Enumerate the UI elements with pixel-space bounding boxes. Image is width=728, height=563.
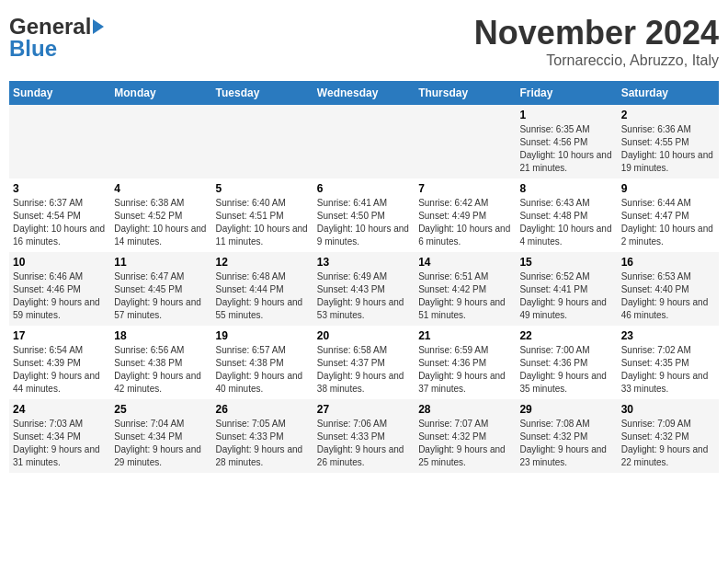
day-info: Sunrise: 6:52 AM Sunset: 4:41 PM Dayligh… [519, 270, 613, 322]
day-info: Sunrise: 6:44 AM Sunset: 4:47 PM Dayligh… [621, 197, 715, 248]
header-tuesday: Tuesday [212, 81, 313, 105]
calendar-cell [9, 105, 110, 178]
day-number: 20 [317, 329, 411, 342]
calendar-cell: 9Sunrise: 6:44 AM Sunset: 4:47 PM Daylig… [618, 178, 719, 252]
day-info: Sunrise: 7:00 AM Sunset: 4:36 PM Dayligh… [519, 344, 613, 396]
day-number: 4 [114, 182, 208, 195]
day-info: Sunrise: 7:02 AM Sunset: 4:35 PM Dayligh… [621, 344, 715, 396]
calendar-cell: 8Sunrise: 6:43 AM Sunset: 4:48 PM Daylig… [516, 178, 617, 252]
calendar-cell: 21Sunrise: 6:59 AM Sunset: 4:36 PM Dayli… [415, 326, 516, 399]
day-number: 23 [621, 329, 715, 342]
day-number: 5 [216, 182, 310, 195]
calendar-cell: 26Sunrise: 7:05 AM Sunset: 4:33 PM Dayli… [212, 399, 313, 473]
calendar-cell: 5Sunrise: 6:40 AM Sunset: 4:51 PM Daylig… [212, 178, 313, 252]
header-wednesday: Wednesday [313, 81, 415, 105]
day-info: Sunrise: 7:03 AM Sunset: 4:34 PM Dayligh… [13, 418, 107, 469]
calendar-cell: 14Sunrise: 6:51 AM Sunset: 4:42 PM Dayli… [415, 252, 516, 326]
calendar-table: SundayMondayTuesdayWednesdayThursdayFrid… [9, 81, 719, 473]
day-info: Sunrise: 6:46 AM Sunset: 4:46 PM Dayligh… [13, 270, 107, 322]
calendar-cell [110, 105, 211, 178]
calendar-cell: 19Sunrise: 6:57 AM Sunset: 4:38 PM Dayli… [212, 326, 313, 399]
calendar-cell: 2Sunrise: 6:36 AM Sunset: 4:55 PM Daylig… [618, 105, 719, 178]
calendar-cell: 27Sunrise: 7:06 AM Sunset: 4:33 PM Dayli… [313, 399, 415, 473]
calendar-cell [313, 105, 415, 178]
day-info: Sunrise: 6:49 AM Sunset: 4:43 PM Dayligh… [317, 270, 411, 322]
day-info: Sunrise: 6:48 AM Sunset: 4:44 PM Dayligh… [216, 270, 310, 322]
header-monday: Monday [110, 81, 211, 105]
day-number: 6 [317, 182, 411, 195]
day-number: 27 [317, 403, 411, 416]
day-number: 30 [621, 403, 715, 416]
day-info: Sunrise: 7:07 AM Sunset: 4:32 PM Dayligh… [418, 418, 512, 469]
day-number: 17 [13, 329, 107, 342]
day-number: 21 [418, 329, 512, 342]
day-info: Sunrise: 7:08 AM Sunset: 4:32 PM Dayligh… [519, 418, 613, 469]
location-title: Tornareccio, Abruzzo, Italy [474, 52, 719, 69]
day-number: 9 [621, 182, 715, 195]
calendar-cell: 11Sunrise: 6:47 AM Sunset: 4:45 PM Dayli… [110, 252, 211, 326]
calendar-cell: 25Sunrise: 7:04 AM Sunset: 4:34 PM Dayli… [110, 399, 211, 473]
calendar-cell: 6Sunrise: 6:41 AM Sunset: 4:50 PM Daylig… [313, 178, 415, 252]
calendar-cell [415, 105, 516, 178]
day-number: 24 [13, 403, 107, 416]
day-number: 7 [418, 182, 512, 195]
day-info: Sunrise: 6:54 AM Sunset: 4:39 PM Dayligh… [13, 344, 107, 396]
day-info: Sunrise: 6:43 AM Sunset: 4:48 PM Dayligh… [519, 197, 613, 248]
header-thursday: Thursday [415, 81, 516, 105]
day-info: Sunrise: 7:06 AM Sunset: 4:33 PM Dayligh… [317, 418, 411, 469]
day-info: Sunrise: 6:53 AM Sunset: 4:40 PM Dayligh… [621, 270, 715, 322]
calendar-cell: 12Sunrise: 6:48 AM Sunset: 4:44 PM Dayli… [212, 252, 313, 326]
day-number: 11 [114, 256, 208, 269]
day-number: 16 [621, 256, 715, 269]
calendar-cell: 13Sunrise: 6:49 AM Sunset: 4:43 PM Dayli… [313, 252, 415, 326]
calendar-cell: 22Sunrise: 7:00 AM Sunset: 4:36 PM Dayli… [516, 326, 617, 399]
day-number: 2 [621, 109, 715, 121]
calendar-cell: 10Sunrise: 6:46 AM Sunset: 4:46 PM Dayli… [9, 252, 110, 326]
day-info: Sunrise: 6:56 AM Sunset: 4:38 PM Dayligh… [114, 344, 208, 396]
calendar-cell: 29Sunrise: 7:08 AM Sunset: 4:32 PM Dayli… [516, 399, 617, 473]
day-number: 14 [418, 256, 512, 269]
month-title: November 2024 [474, 14, 719, 52]
day-info: Sunrise: 6:47 AM Sunset: 4:45 PM Dayligh… [114, 270, 208, 322]
calendar-week-row: 1Sunrise: 6:35 AM Sunset: 4:56 PM Daylig… [9, 105, 719, 178]
day-info: Sunrise: 6:51 AM Sunset: 4:42 PM Dayligh… [418, 270, 512, 322]
day-number: 8 [519, 182, 613, 195]
day-number: 28 [418, 403, 512, 416]
day-info: Sunrise: 6:59 AM Sunset: 4:36 PM Dayligh… [418, 344, 512, 396]
day-info: Sunrise: 6:37 AM Sunset: 4:54 PM Dayligh… [13, 197, 107, 248]
calendar-cell: 7Sunrise: 6:42 AM Sunset: 4:49 PM Daylig… [415, 178, 516, 252]
day-number: 19 [216, 329, 310, 342]
day-info: Sunrise: 6:40 AM Sunset: 4:51 PM Dayligh… [216, 197, 310, 248]
day-info: Sunrise: 7:05 AM Sunset: 4:33 PM Dayligh… [216, 418, 310, 469]
day-number: 1 [519, 109, 613, 121]
day-number: 26 [216, 403, 310, 416]
calendar-cell: 24Sunrise: 7:03 AM Sunset: 4:34 PM Dayli… [9, 399, 110, 473]
day-info: Sunrise: 7:04 AM Sunset: 4:34 PM Dayligh… [114, 418, 208, 469]
header-sunday: Sunday [9, 81, 110, 105]
day-number: 25 [114, 403, 208, 416]
day-number: 29 [519, 403, 613, 416]
calendar-cell: 18Sunrise: 6:56 AM Sunset: 4:38 PM Dayli… [110, 326, 211, 399]
day-info: Sunrise: 6:38 AM Sunset: 4:52 PM Dayligh… [114, 197, 208, 248]
calendar-cell: 28Sunrise: 7:07 AM Sunset: 4:32 PM Dayli… [415, 399, 516, 473]
calendar-week-row: 17Sunrise: 6:54 AM Sunset: 4:39 PM Dayli… [9, 326, 719, 399]
header-friday: Friday [516, 81, 617, 105]
day-number: 22 [519, 329, 613, 342]
calendar-cell: 17Sunrise: 6:54 AM Sunset: 4:39 PM Dayli… [9, 326, 110, 399]
logo-arrow-icon [93, 19, 104, 34]
calendar-cell: 20Sunrise: 6:58 AM Sunset: 4:37 PM Dayli… [313, 326, 415, 399]
day-number: 18 [114, 329, 208, 342]
day-info: Sunrise: 6:58 AM Sunset: 4:37 PM Dayligh… [317, 344, 411, 396]
header-saturday: Saturday [618, 81, 719, 105]
day-number: 13 [317, 256, 411, 269]
calendar-cell: 3Sunrise: 6:37 AM Sunset: 4:54 PM Daylig… [9, 178, 110, 252]
day-info: Sunrise: 6:57 AM Sunset: 4:38 PM Dayligh… [216, 344, 310, 396]
calendar-week-row: 3Sunrise: 6:37 AM Sunset: 4:54 PM Daylig… [9, 178, 719, 252]
logo: General Blue [9, 14, 104, 62]
day-info: Sunrise: 7:09 AM Sunset: 4:32 PM Dayligh… [621, 418, 715, 469]
calendar-cell: 16Sunrise: 6:53 AM Sunset: 4:40 PM Dayli… [618, 252, 719, 326]
day-info: Sunrise: 6:42 AM Sunset: 4:49 PM Dayligh… [418, 197, 512, 248]
day-number: 3 [13, 182, 107, 195]
calendar-cell: 23Sunrise: 7:02 AM Sunset: 4:35 PM Dayli… [618, 326, 719, 399]
day-info: Sunrise: 6:36 AM Sunset: 4:55 PM Dayligh… [621, 123, 715, 175]
